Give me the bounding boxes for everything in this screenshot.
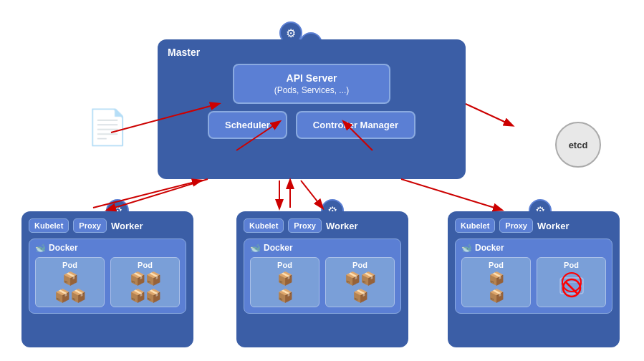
diagram-container: 📄 ⚙ ⚙ ⚙ ⚙ ⚙ Master API Server (Pods, Ser… [0,0,644,361]
controller-manager-box: Controller Manager [296,111,415,139]
kubelet-badge-right: Kubelet [455,218,495,233]
pod-left-1: Pod 📦 📦📦 [35,257,105,307]
proxy-badge-center: Proxy [288,218,322,233]
master-label: Master [168,47,458,58]
etcd-box: etcd [555,122,601,168]
pod-center-1: Pod 📦 📦 [250,257,319,307]
pod-right-2-broken: Pod [537,257,606,307]
kubelet-badge-left: Kubelet [29,218,69,233]
svg-line-13 [401,179,501,210]
docker-box-center: 🐋 Docker Pod 📦 📦 Pod 📦📦 📦 [244,239,401,314]
api-server-box: API Server (Pods, Services, ...) [233,64,390,104]
docker-label-center: 🐋 Docker [250,243,395,253]
file-icon: 📄 [86,107,129,148]
docker-box-left: 🐋 Docker Pod 📦 📦📦 Pod 📦📦 📦📦 [29,239,186,314]
proxy-badge-left: Proxy [73,218,107,233]
proxy-badge-right: Proxy [499,218,533,233]
worker-node-center: Kubelet Proxy Worker 🐋 Docker Pod 📦 📦 Po… [236,211,408,347]
scheduler-box: Scheduler [208,111,287,139]
etcd-label: etcd [569,140,588,150]
broken-pod-icon [559,272,585,298]
worker-node-right: Kubelet Proxy Worker 🐋 Docker Pod 📦 📦 Po… [448,211,620,347]
api-server-title: API Server [287,72,337,84]
worker-label-right: Worker [537,221,569,231]
kubelet-badge-center: Kubelet [244,218,284,233]
worker-label-center: Worker [326,221,358,231]
svg-line-10 [301,180,322,208]
pod-right-1: Pod 📦 📦 [461,257,531,307]
docker-box-right: 🐋 Docker Pod 📦 📦 Pod [455,239,612,314]
pod-center-2: Pod 📦📦 📦 [325,257,395,307]
master-node: Master API Server (Pods, Services, ...) … [158,39,466,179]
docker-label-left: 🐋 Docker [35,243,180,253]
worker-label-left: Worker [111,221,143,231]
api-server-subtitle: (Pods, Services, ...) [274,85,350,95]
docker-label-right: 🐋 Docker [461,243,606,253]
worker-node-left: Kubelet Proxy Worker 🐋 Docker Pod 📦 📦📦 P… [21,211,193,347]
pod-left-2: Pod 📦📦 📦📦 [110,257,180,307]
svg-line-5 [466,104,512,125]
